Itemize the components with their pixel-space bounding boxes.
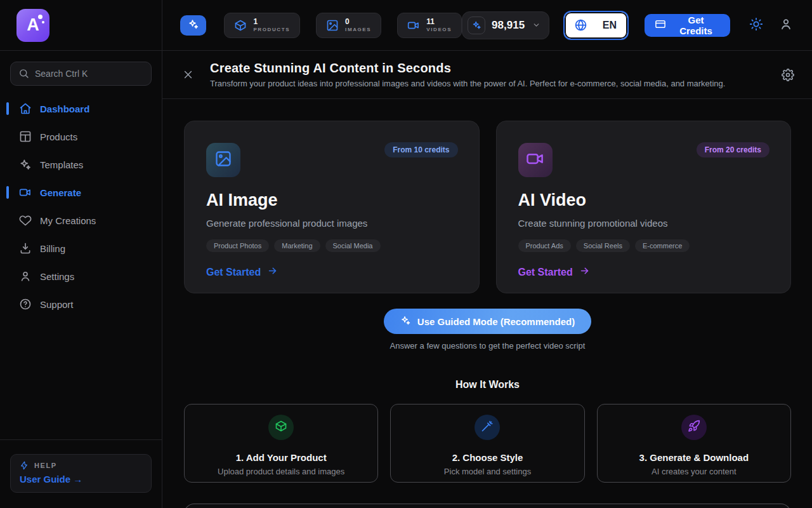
sidebar-item-label: Generate xyxy=(40,187,81,198)
page-subtitle: Transform your product ideas into profes… xyxy=(210,79,725,88)
search-input[interactable] xyxy=(10,62,152,86)
theme-toggle-button[interactable] xyxy=(749,17,763,33)
logo-letter: A xyxy=(27,15,39,35)
tag: Marketing xyxy=(274,239,320,252)
get-credits-button[interactable]: Get Credits xyxy=(645,14,730,37)
step-description: AI creates your content xyxy=(652,467,737,476)
arrow-right-icon xyxy=(579,265,590,279)
ai-image-card[interactable]: From 10 credits AI Image Generate profes… xyxy=(184,121,480,293)
get-credits-label: Get Credits xyxy=(672,15,720,36)
ai-sparkle-button[interactable] xyxy=(180,15,206,36)
ai-image-tile xyxy=(206,143,240,177)
stat-videos[interactable]: 11 VIDEOS xyxy=(397,13,462,38)
app-window: A Dashboard Products xyxy=(0,0,812,508)
cube-icon xyxy=(234,19,247,32)
ai-video-card[interactable]: From 20 credits AI Video Create stunning… xyxy=(496,121,792,293)
close-icon[interactable] xyxy=(180,67,196,83)
video-camera-icon xyxy=(526,149,545,171)
help-circle-icon xyxy=(19,298,32,311)
credits-dropdown[interactable]: 98,915 xyxy=(462,11,549,39)
step-icon-circle xyxy=(268,415,294,440)
sidebar-item-templates[interactable]: Templates xyxy=(0,150,162,178)
sidebar-item-label: Templates xyxy=(40,159,83,170)
video-camera-icon xyxy=(407,19,420,32)
sidebar-item-billing[interactable]: Billing xyxy=(0,234,162,262)
cube-icon xyxy=(275,420,287,435)
help-header: HELP xyxy=(20,461,142,470)
tag: E-commerce xyxy=(635,239,690,252)
sidebar-item-label: Billing xyxy=(40,243,65,254)
language-selector[interactable]: EN xyxy=(563,11,629,40)
sidebar-item-settings[interactable]: Settings xyxy=(0,262,162,290)
sidebar-item-generate[interactable]: Generate xyxy=(0,178,162,206)
sidebar-item-products[interactable]: Products xyxy=(0,123,162,150)
how-it-works-steps: 1. Add Your Product Upload product detai… xyxy=(184,404,791,483)
get-started-image-link[interactable]: Get Started xyxy=(206,265,457,279)
lightning-bolt-icon xyxy=(20,461,29,470)
sidebar-item-label: Settings xyxy=(40,271,74,282)
profile-button[interactable] xyxy=(779,17,793,33)
sidebar-item-dashboard[interactable]: Dashboard xyxy=(0,95,162,123)
guided-mode-section: Use Guided Mode (Recommended) Answer a f… xyxy=(184,293,791,351)
credits-badge: From 10 credits xyxy=(384,142,457,157)
content: From 10 credits AI Image Generate profes… xyxy=(162,99,812,508)
globe-icon xyxy=(574,18,587,32)
user-icon xyxy=(779,17,793,33)
sidebar-item-label: Dashboard xyxy=(40,104,89,114)
sidebar: A Dashboard Products xyxy=(0,0,162,508)
image-icon xyxy=(326,19,339,32)
get-started-label: Get Started xyxy=(518,267,573,278)
sidebar-item-my-creations[interactable]: My Creations xyxy=(0,206,162,234)
sidebar-logo-area: A xyxy=(0,0,162,51)
guided-mode-button[interactable]: Use Guided Mode (Recommended) xyxy=(384,309,591,334)
step-icon-circle xyxy=(475,415,500,440)
credit-card-icon xyxy=(655,18,666,32)
tag-row: Product Photos Marketing Social Media xyxy=(206,239,457,252)
topbar-right-group: 98,915 EN Get Credits xyxy=(462,11,793,40)
user-guide-link[interactable]: User Guide → xyxy=(20,474,142,485)
tag: Social Media xyxy=(325,239,381,252)
guided-mode-label: Use Guided Mode (Recommended) xyxy=(417,316,575,327)
language-code: EN xyxy=(603,20,617,31)
products-count: 1 xyxy=(253,18,290,27)
step-title: 1. Add Your Product xyxy=(236,452,327,463)
heart-icon xyxy=(19,214,32,227)
sun-icon xyxy=(749,17,763,33)
generator-cards: From 10 credits AI Image Generate profes… xyxy=(184,121,791,293)
partial-card-below-fold xyxy=(184,504,791,508)
page-title: Create Stunning AI Content in Seconds xyxy=(210,61,725,76)
images-label: IMAGES xyxy=(345,27,371,32)
gear-icon[interactable] xyxy=(782,69,794,81)
help-label: HELP xyxy=(34,462,57,469)
arrow-right-icon xyxy=(267,265,278,279)
stat-images[interactable]: 0 IMAGES xyxy=(316,13,381,38)
stat-products[interactable]: 1 PRODUCTS xyxy=(224,13,300,38)
step-title: 2. Choose Style xyxy=(452,452,523,463)
video-camera-icon xyxy=(19,186,32,199)
chevron-down-icon xyxy=(532,21,540,29)
card-description: Generate professional product images xyxy=(206,218,457,229)
logo-sparkle-dot xyxy=(42,21,44,23)
tag: Product Ads xyxy=(518,239,571,252)
search-icon xyxy=(18,68,29,81)
app-logo[interactable]: A xyxy=(16,9,49,42)
sidebar-item-support[interactable]: Support xyxy=(0,290,162,318)
products-label: PRODUCTS xyxy=(253,27,290,32)
layout-icon xyxy=(19,130,32,143)
step-choose-style: 2. Choose Style Pick model and settings xyxy=(390,404,584,483)
get-started-video-link[interactable]: Get Started xyxy=(518,265,769,279)
step-title: 3. Generate & Download xyxy=(639,452,749,463)
page-header: Create Stunning AI Content in Seconds Tr… xyxy=(162,51,812,99)
tag-row: Product Ads Social Reels E-commerce xyxy=(518,239,769,252)
tag: Social Reels xyxy=(576,239,630,252)
get-started-label: Get Started xyxy=(206,267,261,278)
credits-balance: 98,915 xyxy=(492,19,525,32)
download-icon xyxy=(19,242,32,255)
tag: Product Photos xyxy=(206,239,269,252)
card-description: Create stunning promotional videos xyxy=(518,218,769,229)
magic-wand-icon xyxy=(481,420,494,435)
main-area: 1 PRODUCTS 0 IMAGES xyxy=(162,0,812,508)
guided-mode-caption: Answer a few questions to get the perfec… xyxy=(390,341,586,351)
sidebar-nav: Dashboard Products Templates Generate xyxy=(0,95,162,318)
ai-video-tile xyxy=(518,143,553,177)
